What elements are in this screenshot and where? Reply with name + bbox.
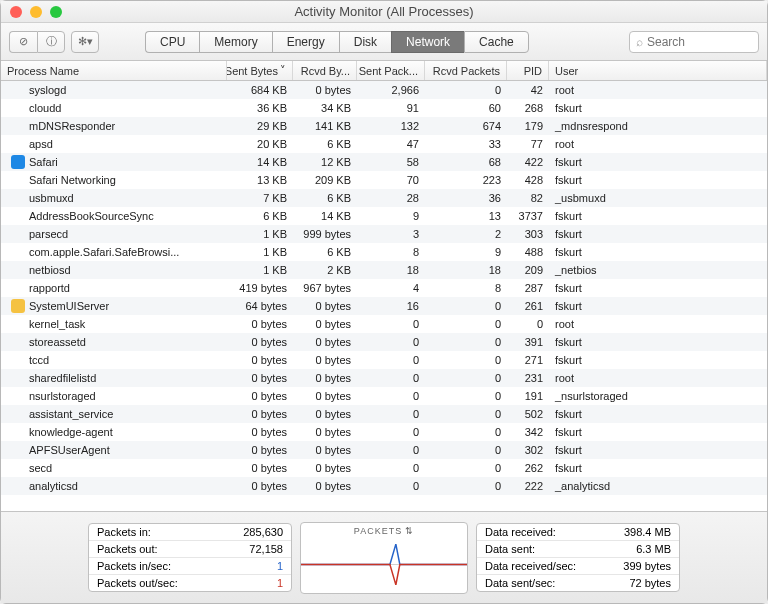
tab-energy[interactable]: Energy bbox=[272, 31, 339, 53]
pid-cell: 502 bbox=[507, 408, 549, 420]
table-row[interactable]: SystemUIServer64 bytes0 bytes160261fskur… bbox=[1, 297, 767, 315]
column-header-sent-bytes[interactable]: Sent Bytes˅ bbox=[227, 61, 293, 80]
process-name-cell: netbiosd bbox=[1, 264, 227, 276]
table-row[interactable]: cloudd36 KB34 KB9160268fskurt bbox=[1, 99, 767, 117]
user-cell: fskurt bbox=[549, 174, 767, 186]
table-row[interactable]: storeassetd0 bytes0 bytes00391fskurt bbox=[1, 333, 767, 351]
rcvd-packets-cell: 0 bbox=[425, 480, 507, 492]
titlebar[interactable]: Activity Monitor (All Processes) bbox=[1, 1, 767, 23]
pid-cell: 261 bbox=[507, 300, 549, 312]
process-name-text: kernel_task bbox=[29, 318, 85, 330]
tab-disk[interactable]: Disk bbox=[339, 31, 391, 53]
view-options-button[interactable]: ✻▾ bbox=[71, 31, 99, 53]
tab-cache[interactable]: Cache bbox=[464, 31, 529, 53]
rcvd-bytes-cell: 6 KB bbox=[293, 138, 357, 150]
column-header-user[interactable]: User bbox=[549, 61, 767, 80]
table-row[interactable]: tccd0 bytes0 bytes00271fskurt bbox=[1, 351, 767, 369]
sent-bytes-cell: 13 KB bbox=[227, 174, 293, 186]
graph-mode-selector[interactable]: PACKETS⇅ bbox=[354, 526, 414, 536]
sent-packets-cell: 3 bbox=[357, 228, 425, 240]
column-header-sent-packets[interactable]: Sent Pack... bbox=[357, 61, 425, 80]
process-name-text: com.apple.Safari.SafeBrowsi... bbox=[29, 246, 179, 258]
process-name-cell: cloudd bbox=[1, 102, 227, 114]
column-header-rcvd-bytes[interactable]: Rcvd By... bbox=[293, 61, 357, 80]
process-name-text: sharedfilelistd bbox=[29, 372, 96, 384]
user-cell: fskurt bbox=[549, 354, 767, 366]
rcvd-packets-cell: 0 bbox=[425, 408, 507, 420]
rcvd-bytes-cell: 2 KB bbox=[293, 264, 357, 276]
rcvd-bytes-cell: 6 KB bbox=[293, 246, 357, 258]
search-input[interactable] bbox=[647, 35, 752, 49]
table-row[interactable]: syslogd684 KB0 bytes2,966042root bbox=[1, 81, 767, 99]
user-cell: fskurt bbox=[549, 210, 767, 222]
rcvd-bytes-cell: 967 bytes bbox=[293, 282, 357, 294]
pid-cell: 391 bbox=[507, 336, 549, 348]
sent-bytes-cell: 0 bytes bbox=[227, 318, 293, 330]
table-row[interactable]: apsd20 KB6 KB473377root bbox=[1, 135, 767, 153]
tab-memory[interactable]: Memory bbox=[199, 31, 271, 53]
user-cell: fskurt bbox=[549, 426, 767, 438]
table-row[interactable]: secd0 bytes0 bytes00262fskurt bbox=[1, 459, 767, 477]
process-name-text: netbiosd bbox=[29, 264, 71, 276]
process-name-cell: mDNSResponder bbox=[1, 120, 227, 132]
column-header-process-name[interactable]: Process Name bbox=[1, 61, 227, 80]
process-name-cell: storeassetd bbox=[1, 336, 227, 348]
info-icon: ⓘ bbox=[46, 34, 57, 49]
table-row[interactable]: sharedfilelistd0 bytes0 bytes00231root bbox=[1, 369, 767, 387]
pid-cell: 303 bbox=[507, 228, 549, 240]
table-row[interactable]: com.apple.Safari.SafeBrowsi...1 KB6 KB89… bbox=[1, 243, 767, 261]
data-received-label: Data received: bbox=[485, 526, 556, 538]
table-row[interactable]: nsurlstoraged0 bytes0 bytes00191_nsurlst… bbox=[1, 387, 767, 405]
user-cell: fskurt bbox=[549, 156, 767, 168]
process-name-cell: knowledge-agent bbox=[1, 426, 227, 438]
safari-icon bbox=[11, 155, 25, 169]
rcvd-packets-cell: 0 bbox=[425, 426, 507, 438]
stop-process-button[interactable]: ⊘ bbox=[9, 31, 37, 53]
rcvd-packets-cell: 13 bbox=[425, 210, 507, 222]
table-row[interactable]: usbmuxd7 KB6 KB283682_usbmuxd bbox=[1, 189, 767, 207]
table-row[interactable]: knowledge-agent0 bytes0 bytes00342fskurt bbox=[1, 423, 767, 441]
process-name-text: nsurlstoraged bbox=[29, 390, 96, 402]
process-name-cell: Safari bbox=[1, 155, 227, 169]
table-row[interactable]: assistant_service0 bytes0 bytes00502fsku… bbox=[1, 405, 767, 423]
process-table-body[interactable]: syslogd684 KB0 bytes2,966042rootcloudd36… bbox=[1, 81, 767, 511]
pid-cell: 268 bbox=[507, 102, 549, 114]
sent-bytes-cell: 64 bytes bbox=[227, 300, 293, 312]
user-cell: fskurt bbox=[549, 408, 767, 420]
sent-packets-cell: 0 bbox=[357, 444, 425, 456]
tab-cpu[interactable]: CPU bbox=[145, 31, 199, 53]
table-row[interactable]: Safari14 KB12 KB5868422fskurt bbox=[1, 153, 767, 171]
rcvd-packets-cell: 0 bbox=[425, 390, 507, 402]
table-row[interactable]: parsecd1 KB999 bytes32303fskurt bbox=[1, 225, 767, 243]
table-row[interactable]: APFSUserAgent0 bytes0 bytes00302fskurt bbox=[1, 441, 767, 459]
table-row[interactable]: kernel_task0 bytes0 bytes000root bbox=[1, 315, 767, 333]
pid-cell: 42 bbox=[507, 84, 549, 96]
process-name-cell: com.apple.Safari.SafeBrowsi... bbox=[1, 246, 227, 258]
table-row[interactable]: rapportd419 bytes967 bytes48287fskurt bbox=[1, 279, 767, 297]
activity-monitor-window: Activity Monitor (All Processes) ⊘ ⓘ ✻▾ … bbox=[0, 0, 768, 604]
table-row[interactable]: Safari Networking13 KB209 KB70223428fsku… bbox=[1, 171, 767, 189]
search-field[interactable]: ⌕ bbox=[629, 31, 759, 53]
rcvd-packets-cell: 0 bbox=[425, 300, 507, 312]
table-row[interactable]: mDNSResponder29 KB141 KB132674179_mdnsre… bbox=[1, 117, 767, 135]
column-header-rcvd-packets[interactable]: Rcvd Packets bbox=[425, 61, 507, 80]
rcvd-packets-cell: 0 bbox=[425, 372, 507, 384]
rcvd-packets-cell: 0 bbox=[425, 444, 507, 456]
user-cell: fskurt bbox=[549, 444, 767, 456]
pid-cell: 209 bbox=[507, 264, 549, 276]
process-name-text: Safari bbox=[29, 156, 58, 168]
user-cell: fskurt bbox=[549, 300, 767, 312]
sent-packets-cell: 28 bbox=[357, 192, 425, 204]
user-cell: fskurt bbox=[549, 282, 767, 294]
inspect-process-button[interactable]: ⓘ bbox=[37, 31, 65, 53]
pid-cell: 0 bbox=[507, 318, 549, 330]
tab-network[interactable]: Network bbox=[391, 31, 464, 53]
table-row[interactable]: AddressBookSourceSync6 KB14 KB9133737fsk… bbox=[1, 207, 767, 225]
footer-graph-panel[interactable]: PACKETS⇅ bbox=[300, 522, 468, 594]
column-header-pid[interactable]: PID bbox=[507, 61, 549, 80]
table-row[interactable]: netbiosd1 KB2 KB1818209_netbios bbox=[1, 261, 767, 279]
table-row[interactable]: analyticsd0 bytes0 bytes00222_analyticsd bbox=[1, 477, 767, 495]
rcvd-bytes-cell: 999 bytes bbox=[293, 228, 357, 240]
packets-out-label: Packets out: bbox=[97, 543, 158, 555]
pid-cell: 422 bbox=[507, 156, 549, 168]
